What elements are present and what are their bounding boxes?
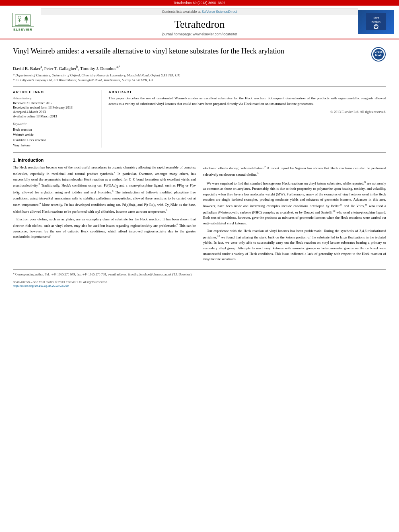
svg-text:Mark: Mark [375,54,382,57]
tetrahedron-logo-right: Tetra hedron [358,10,394,34]
sciverse-link[interactable]: SciVerse ScienceDirect [202,10,237,14]
keyword-2: Weinreb amide [13,132,95,138]
footnote-area: * Corresponding author. Tel.: +44 1865 2… [13,269,386,277]
revised-date: Received in revised form 13 February 201… [13,105,95,109]
keyword-4: Vinyl ketone [13,143,95,148]
affiliation-a: ᵇ Department of Chemistry, University of… [13,73,386,78]
doi-text: Tetrahedron 69 (2013) 3690–3697 [173,1,225,5]
elsevier-logo-graphic [12,13,34,27]
history-label: Article history: [13,97,95,100]
copyright-text: © 2013 Elsevier Ltd. All rights reserved… [109,110,386,114]
crossmark-logo: Cross Mark [371,47,386,62]
online-date: Available online 13 March 2013 [13,114,95,118]
abstract-panel: ABSTRACT This paper describes the use of… [109,90,386,148]
intro-left-para1: The Heck reaction has become one of the … [13,165,196,214]
journal-homepage: journal homepage: www.elsevier.com/locat… [41,32,358,36]
authors: David B. Bakera, Peter T. Gallagherb, Ti… [13,65,386,71]
intro-right-para2: We were surprised to find that standard … [203,180,386,226]
introduction-section: 1. Introduction The Heck reaction has be… [13,158,386,265]
svg-text:Cross: Cross [374,50,383,53]
svg-text:hedron: hedron [372,21,380,23]
journal-header: Tetrahedron 69 (2013) 3690–3697 [0,0,399,39]
keywords-label: Keywords: [13,122,95,126]
abstract-heading: ABSTRACT [109,90,386,94]
intro-left-column: The Heck reaction has become one of the … [13,165,196,265]
paper-title: Vinyl Weinreb amides: a versatile altern… [13,47,371,56]
article-info-panel: ARTICLE INFO Article history: Received 2… [13,90,101,148]
journal-title-center: Contents lists available at SciVerse Sci… [41,8,358,36]
keyword-1: Heck reaction [13,127,95,132]
intro-heading: 1. Introduction [13,158,386,162]
footer-line2: http://dx.doi.org/10.1016/j.tet.2013.03.… [13,284,386,288]
svg-rect-0 [15,14,31,26]
intro-right-para3: Our experience with the Heck reaction of… [203,228,386,262]
abstract-text: This paper describes the use of unsatura… [109,96,386,107]
svg-text:Tetra: Tetra [373,16,379,19]
article-info-heading: ARTICLE INFO [13,90,95,94]
affiliation-b: ᵇ Eli Lilly and Company Ltd, Erl Wood Ma… [13,78,386,83]
intro-right-column: electronic effects during carbometallati… [203,165,386,265]
received-date: Received 21 December 2012 [13,101,95,105]
sciverse-bar: Contents lists available at SciVerse Sci… [41,8,358,15]
intro-left-para2: Electron poor olefins, such as acrylates… [13,217,196,239]
author-list: David B. Bakera, Peter T. Gallagherb, Ti… [13,66,120,71]
doi-link[interactable]: http://dx.doi.org/10.1016/j.tet.2013.03.… [13,284,69,288]
corresponding-author-note: * Corresponding author. Tel.: +44 1865 2… [13,272,386,277]
footer-line1: 0040-4020/$ – see front matter © 2013 El… [13,280,386,284]
journal-name: Tetrahedron [41,15,358,31]
footer-bar: 0040-4020/$ – see front matter © 2013 El… [13,280,386,288]
accepted-date: Accepted 4 March 2013 [13,110,95,114]
section-divider [13,152,386,153]
affiliations: ᵇ Department of Chemistry, University of… [13,73,386,83]
doi-bar: Tetrahedron 69 (2013) 3690–3697 [0,0,399,6]
elsevier-wordmark: ELSEVIER [13,28,33,31]
intro-right-para1: electronic effects during carbometallati… [203,165,386,177]
keyword-3: Oxidative Heck reaction [13,138,95,143]
elsevier-logo: ELSEVIER [5,12,41,32]
